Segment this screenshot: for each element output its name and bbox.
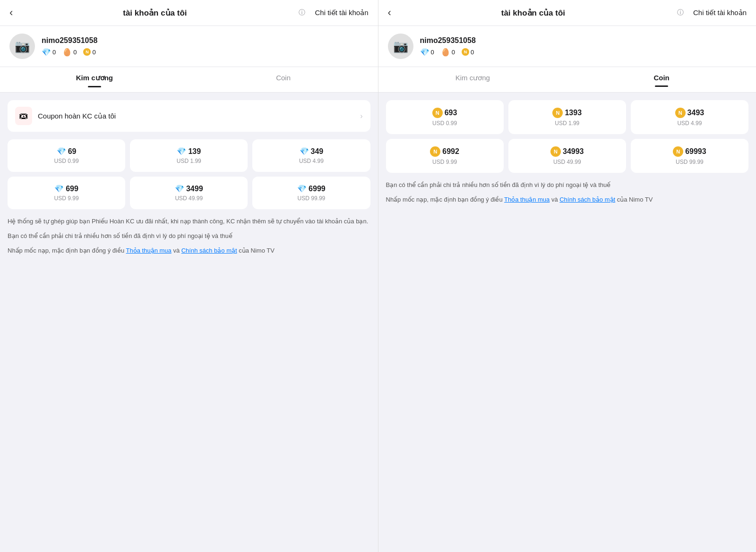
n-coin-icon-4: N bbox=[550, 146, 561, 157]
left-tab-kimcuong[interactable]: Kim cương bbox=[0, 67, 189, 92]
left-diamond-value: 0 bbox=[52, 49, 56, 56]
product-card-3[interactable]: 💎 699 USD 9.99 bbox=[8, 177, 125, 209]
left-content: 🎟 Coupon hoàn KC của tôi › 💎 69 USD 0.99… bbox=[0, 93, 378, 268]
panel-right: ‹ tài khoản của tôi ⓘ Chi tiết tài khoản… bbox=[378, 0, 756, 552]
coin-price-0: USD 0.99 bbox=[391, 120, 499, 127]
left-back-button[interactable]: ‹ bbox=[9, 8, 13, 18]
left-product-grid: 💎 69 USD 0.99 💎 139 USD 1.99 💎 349 bbox=[8, 139, 370, 209]
panel-left: ‹ tài khoản của tôi ⓘ Chi tiết tài khoản… bbox=[0, 0, 378, 552]
coin-card-0[interactable]: N 693 USD 0.99 bbox=[386, 100, 504, 134]
left-username: nimo259351058 bbox=[42, 36, 97, 45]
left-link-thoa-thuan[interactable]: Thỏa thuận mua bbox=[126, 247, 172, 254]
coupon-chevron-icon: › bbox=[360, 112, 362, 120]
right-footer-prefix: Nhấp mốc nạp, mặc định bạn đồng ý điều bbox=[386, 196, 505, 203]
n-coin-icon-5: N bbox=[673, 146, 683, 157]
coin-amount-0: N 693 bbox=[391, 108, 499, 118]
right-diamond-value: 0 bbox=[431, 49, 434, 56]
right-n-badge-icon: N bbox=[462, 48, 469, 56]
left-header: ‹ tài khoản của tôi ⓘ Chi tiết tài khoản bbox=[0, 0, 378, 26]
right-header-question: ⓘ bbox=[677, 8, 684, 17]
right-avatar-icon: 📷 bbox=[393, 39, 408, 54]
right-back-button[interactable]: ‹ bbox=[388, 8, 391, 18]
right-header: ‹ tài khoản của tôi ⓘ Chi tiết tài khoản bbox=[378, 0, 756, 26]
right-header-detail[interactable]: Chi tiết tài khoản bbox=[693, 8, 747, 17]
product-price-4: USD 49.99 bbox=[135, 195, 243, 202]
n-coin-icon-2: N bbox=[675, 108, 686, 118]
left-currency-diamond: 💎 0 bbox=[42, 48, 56, 57]
product-amount-5: 💎 6999 bbox=[257, 184, 365, 193]
left-avatar-icon: 📷 bbox=[15, 39, 30, 54]
right-tab-coin[interactable]: Coin bbox=[567, 67, 756, 92]
diamond-icon-0: 💎 bbox=[57, 147, 66, 156]
coin-card-1[interactable]: N 1393 USD 1.99 bbox=[508, 100, 626, 134]
right-footer-text: Nhấp mốc nạp, mặc định bạn đồng ý điều T… bbox=[386, 195, 749, 205]
n-coin-icon-1: N bbox=[552, 108, 563, 118]
product-card-2[interactable]: 💎 349 USD 4.99 bbox=[252, 139, 370, 172]
diamond-icon-3: 💎 bbox=[54, 184, 64, 193]
coin-price-1: USD 1.99 bbox=[513, 120, 621, 127]
coin-price-4: USD 49.99 bbox=[513, 159, 621, 165]
left-footer-middle: và bbox=[172, 247, 181, 254]
left-header-question: ⓘ bbox=[299, 8, 305, 17]
right-user-info: nimo259351058 💎 0 🥚 0 N 0 bbox=[420, 36, 476, 57]
right-currency-egg: 🥚 0 bbox=[441, 48, 455, 57]
n-badge-icon-left: N bbox=[83, 48, 91, 56]
screen-container: ‹ tài khoản của tôi ⓘ Chi tiết tài khoản… bbox=[0, 0, 756, 552]
coupon-label: Coupon hoàn KC của tôi bbox=[38, 112, 354, 120]
left-user-section: 📷 nimo259351058 💎 0 🥚 0 N 0 bbox=[0, 26, 378, 67]
product-amount-0: 💎 69 bbox=[12, 147, 120, 156]
product-card-4[interactable]: 💎 3499 USD 49.99 bbox=[130, 177, 248, 209]
coin-card-5[interactable]: N 69993 USD 99.99 bbox=[631, 139, 748, 173]
diamond-icon-4: 💎 bbox=[175, 184, 184, 193]
left-header-title: tài khoản của tôi bbox=[18, 8, 291, 18]
left-currency-n: N 0 bbox=[83, 48, 95, 56]
right-footer-middle: và bbox=[550, 196, 559, 203]
coin-price-3: USD 9.99 bbox=[391, 159, 499, 165]
left-avatar: 📷 bbox=[9, 34, 35, 59]
diamond-icon-5: 💎 bbox=[297, 184, 307, 193]
egg-icon: 🥚 bbox=[62, 48, 72, 57]
coin-card-4[interactable]: N 34993 USD 49.99 bbox=[508, 139, 626, 173]
coin-amount-3: N 6992 bbox=[391, 146, 499, 157]
product-price-5: USD 99.99 bbox=[257, 195, 365, 202]
coin-amount-4: N 34993 bbox=[513, 146, 621, 157]
left-desc-1: Hệ thống sẽ tự ghép giúp bạn Phiếu Hoàn … bbox=[8, 217, 370, 227]
right-link-chinh-sach[interactable]: Chính sách bảo mật bbox=[559, 196, 615, 203]
right-tab-kimcuong[interactable]: Kim cương bbox=[378, 67, 567, 92]
right-currency-diamond: 💎 0 bbox=[420, 48, 434, 57]
product-card-0[interactable]: 💎 69 USD 0.99 bbox=[8, 139, 125, 172]
right-username: nimo259351058 bbox=[420, 36, 476, 45]
right-link-thoa-thuan[interactable]: Thỏa thuận mua bbox=[504, 196, 550, 203]
n-coin-icon-0: N bbox=[432, 108, 443, 118]
left-user-info: nimo259351058 💎 0 🥚 0 N 0 bbox=[42, 36, 97, 57]
left-tabs: Kim cương Coin bbox=[0, 67, 378, 93]
product-card-1[interactable]: 💎 139 USD 1.99 bbox=[130, 139, 248, 172]
coupon-icon: 🎟 bbox=[15, 107, 32, 125]
right-egg-value: 0 bbox=[452, 49, 455, 56]
left-link-chinh-sach[interactable]: Chính sách bảo mật bbox=[181, 247, 237, 254]
right-currency-row: 💎 0 🥚 0 N 0 bbox=[420, 48, 476, 57]
coin-amount-5: N 69993 bbox=[636, 146, 744, 157]
right-product-grid: N 693 USD 0.99 N 1393 USD 1.99 N 3493 bbox=[386, 100, 749, 173]
diamond-icon-1: 💎 bbox=[177, 147, 186, 156]
diamond-icon-2: 💎 bbox=[300, 147, 309, 156]
coin-card-3[interactable]: N 6992 USD 9.99 bbox=[386, 139, 504, 173]
left-footer-suffix: của Nimo TV bbox=[237, 247, 275, 254]
product-amount-1: 💎 139 bbox=[135, 147, 243, 156]
left-coupon-row[interactable]: 🎟 Coupon hoàn KC của tôi › bbox=[8, 100, 370, 132]
coin-amount-1: N 1393 bbox=[513, 108, 621, 118]
coin-card-2[interactable]: N 3493 USD 4.99 bbox=[631, 100, 748, 134]
n-coin-icon-3: N bbox=[430, 146, 440, 157]
right-avatar: 📷 bbox=[388, 34, 413, 59]
left-header-detail[interactable]: Chi tiết tài khoản bbox=[315, 8, 368, 17]
product-amount-4: 💎 3499 bbox=[135, 184, 243, 193]
product-card-5[interactable]: 💎 6999 USD 99.99 bbox=[252, 177, 370, 209]
right-desc-1: Bạn có thể cần phải chi trả nhiều hơn số… bbox=[386, 180, 749, 190]
left-tab-coin[interactable]: Coin bbox=[189, 67, 378, 92]
diamond-icon: 💎 bbox=[42, 48, 51, 57]
coin-price-5: USD 99.99 bbox=[636, 159, 744, 165]
right-footer-suffix: của Nimo TV bbox=[615, 196, 653, 203]
left-currency-row: 💎 0 🥚 0 N 0 bbox=[42, 48, 97, 57]
left-desc-2: Bạn có thể cần phải chi trả nhiều hơn số… bbox=[8, 231, 370, 241]
left-egg-value: 0 bbox=[73, 49, 77, 56]
